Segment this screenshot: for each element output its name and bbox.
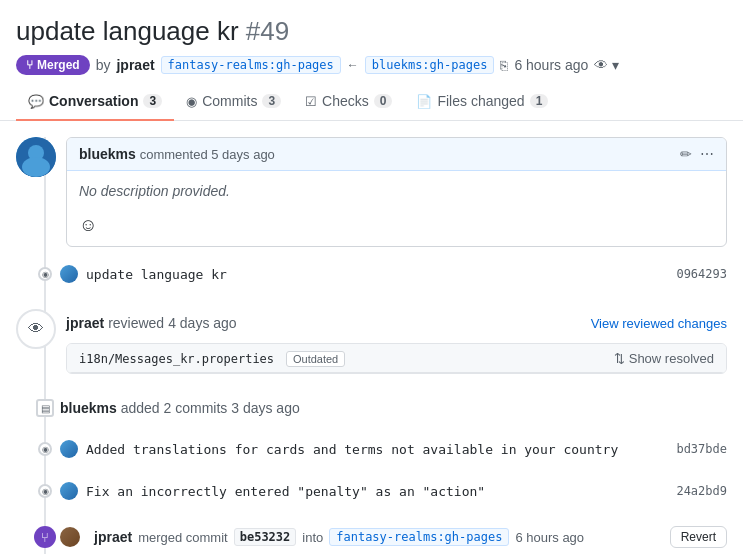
- comment-actions: ✏ ⋯: [680, 146, 714, 162]
- commit-message-3[interactable]: Fix an incorrectly entered "penalty" as …: [86, 484, 668, 499]
- timeline: bluekms commented 5 days ago ✏ ⋯ No desc…: [16, 137, 727, 554]
- commit-message-2[interactable]: Added translations for cards and terms n…: [86, 442, 668, 457]
- commit-avatar-1: [60, 265, 78, 283]
- commit-dot-1: ◉: [38, 267, 52, 281]
- conversation-icon: 💬: [28, 94, 44, 109]
- copy-icon[interactable]: ⎘: [500, 58, 508, 73]
- source-branch[interactable]: fantasy-realms:gh-pages: [161, 56, 341, 74]
- tab-files-label: Files changed: [437, 93, 524, 109]
- file-path-area: i18n/Messages_kr.properties Outdated: [79, 350, 345, 366]
- eye-icon: 👁: [28, 320, 44, 338]
- commit-dot-3: ◉: [38, 484, 52, 498]
- timeline-item-review: 👁 jpraet reviewed 4 days ago View review…: [16, 301, 727, 382]
- commit-message-1[interactable]: update language kr: [86, 267, 668, 282]
- comment-card: bluekms commented 5 days ago ✏ ⋯ No desc…: [66, 137, 727, 247]
- tab-checks[interactable]: ☑ Checks 0: [293, 83, 404, 121]
- merge-icon-small: ⑂: [26, 58, 33, 72]
- tab-bar: 💬 Conversation 3 ◉ Commits 3 ☑ Checks 0 …: [0, 83, 743, 121]
- content-area: bluekms commented 5 days ago ✏ ⋯ No desc…: [0, 121, 743, 554]
- pr-author[interactable]: jpraet: [116, 57, 154, 73]
- commits-added-action-text: added 2 commits: [121, 400, 228, 416]
- commits-icon: ▤: [36, 399, 54, 417]
- file-review-header: i18n/Messages_kr.properties Outdated ⇅ S…: [67, 344, 726, 373]
- tab-files-changed[interactable]: 📄 Files changed 1: [404, 83, 560, 121]
- pr-time: 6 hours ago: [514, 57, 588, 73]
- commit-hash-3: 24a2bd9: [676, 484, 727, 498]
- pr-author-prefix: by: [96, 57, 111, 73]
- commits-added-author[interactable]: bluekms: [60, 400, 117, 416]
- review-time: 4 days ago: [168, 315, 237, 331]
- review-header: jpraet reviewed 4 days ago View reviewed…: [66, 309, 727, 337]
- tab-checks-count: 0: [374, 94, 393, 108]
- merged-badge: ⑂ Merged: [16, 55, 90, 75]
- edit-icon[interactable]: ✏: [680, 146, 692, 162]
- review-content: jpraet reviewed 4 days ago View reviewed…: [66, 309, 727, 374]
- pr-title-text: update language kr: [16, 16, 239, 46]
- tab-conversation[interactable]: 💬 Conversation 3: [16, 83, 174, 121]
- pr-meta: ⑂ Merged by jpraet fantasy-realms:gh-pag…: [16, 55, 727, 75]
- pr-status-label: Merged: [37, 58, 80, 72]
- commits-added-text: bluekms added 2 commits 3 days ago: [60, 400, 300, 416]
- review-meta: jpraet reviewed 4 days ago: [66, 315, 237, 331]
- merge-into: into: [302, 530, 323, 545]
- tab-commits-count: 3: [262, 94, 281, 108]
- page-header: update language kr #49 ⑂ Merged by jprae…: [0, 0, 743, 83]
- show-resolved-label: Show resolved: [629, 351, 714, 366]
- comment-author-line: bluekms commented 5 days ago: [79, 146, 275, 162]
- svg-point-3: [22, 157, 50, 177]
- comment-header: bluekms commented 5 days ago ✏ ⋯: [67, 138, 726, 171]
- pr-title: update language kr #49: [16, 16, 727, 47]
- merge-target-branch[interactable]: fantasy-realms:gh-pages: [329, 528, 509, 546]
- review-author[interactable]: jpraet: [66, 315, 104, 331]
- comment-author[interactable]: bluekms: [79, 146, 136, 162]
- comment-emoji[interactable]: ☺: [67, 211, 726, 246]
- commit-hash-1: 0964293: [676, 267, 727, 281]
- files-icon: 📄: [416, 94, 432, 109]
- emoji-symbol: ☺: [79, 215, 97, 235]
- target-branch[interactable]: bluekms:gh-pages: [365, 56, 495, 74]
- merge-row: ⑂ jpraet merged commit be53232 into fant…: [16, 518, 727, 554]
- merge-time: 6 hours ago: [515, 530, 584, 545]
- tab-conversation-label: Conversation: [49, 93, 138, 109]
- merge-symbol: ⑂: [41, 530, 49, 545]
- file-review-card: i18n/Messages_kr.properties Outdated ⇅ S…: [66, 343, 727, 374]
- avatar-bluekms: [16, 137, 56, 177]
- timeline-item-commit-3: ◉ Fix an incorrectly entered "penalty" a…: [16, 476, 727, 506]
- file-path[interactable]: i18n/Messages_kr.properties: [79, 352, 274, 366]
- eye-dropdown[interactable]: 👁 ▾: [594, 57, 619, 73]
- checks-icon: ☑: [305, 94, 317, 109]
- review-action: reviewed: [108, 315, 164, 331]
- commits-added-time: 3 days ago: [231, 400, 300, 416]
- review-icon: 👁: [16, 309, 56, 349]
- view-reviewed-changes-link[interactable]: View reviewed changes: [591, 316, 727, 331]
- comment-time: 5 days ago: [211, 147, 275, 162]
- tab-commits[interactable]: ◉ Commits 3: [174, 83, 293, 121]
- more-icon[interactable]: ⋯: [700, 146, 714, 162]
- tab-files-count: 1: [530, 94, 549, 108]
- timeline-item-commit-2: ◉ Added translations for cards and terms…: [16, 434, 727, 464]
- commit-item-2: ◉ Added translations for cards and terms…: [16, 434, 727, 464]
- timeline-item-comment: bluekms commented 5 days ago ✏ ⋯ No desc…: [16, 137, 727, 247]
- comment-body: No description provided.: [67, 171, 726, 211]
- show-resolved-btn[interactable]: ⇅ Show resolved: [614, 351, 714, 366]
- tab-conversation-count: 3: [143, 94, 162, 108]
- timeline-item-commit-1: ◉ update language kr 0964293: [16, 259, 727, 289]
- comment-prefix: commented: [140, 147, 212, 162]
- outdated-badge: Outdated: [286, 351, 345, 367]
- merge-text-area: jpraet merged commit be53232 into fantas…: [60, 527, 662, 547]
- pr-number: #49: [246, 16, 289, 46]
- avatar-initial: [16, 137, 56, 177]
- commit-avatar-2: [60, 440, 78, 458]
- revert-button[interactable]: Revert: [670, 526, 727, 548]
- merge-author[interactable]: jpraet: [94, 529, 132, 545]
- merge-commit-hash[interactable]: be53232: [234, 528, 297, 546]
- merge-action: merged commit: [138, 530, 228, 545]
- timeline-item-commits-added: ▤ bluekms added 2 commits 3 days ago: [16, 394, 727, 422]
- merge-avatar: [60, 527, 80, 547]
- commits-added-row: ▤ bluekms added 2 commits 3 days ago: [16, 394, 727, 422]
- merge-event-icon: ⑂: [34, 526, 56, 548]
- tab-checks-label: Checks: [322, 93, 369, 109]
- branch-arrow: ←: [347, 58, 359, 72]
- commit-dot-2: ◉: [38, 442, 52, 456]
- commit-avatar-3: [60, 482, 78, 500]
